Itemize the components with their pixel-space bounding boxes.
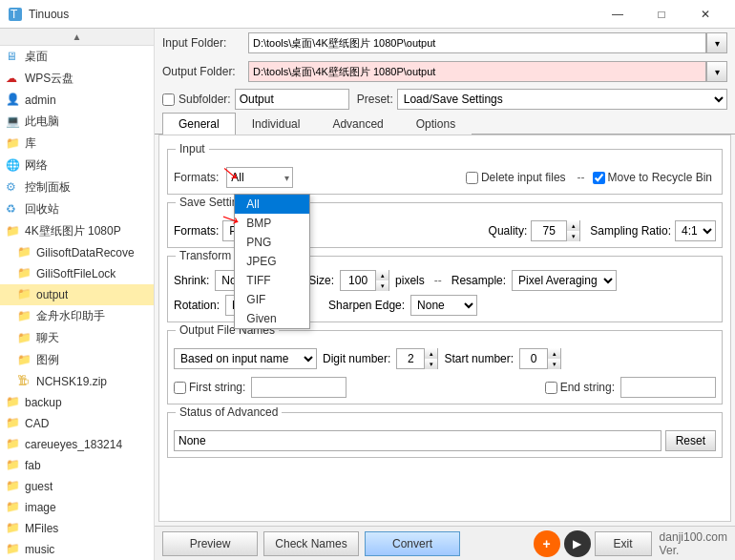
sidebar-item-image[interactable]: 📁 image bbox=[0, 497, 154, 518]
start-spinbox: ▴ ▾ bbox=[519, 348, 561, 369]
digit-up-button[interactable]: ▴ bbox=[424, 348, 437, 359]
sampling-select[interactable]: 4:1 2:1 1:1 bbox=[675, 220, 716, 241]
formats-option-gif[interactable]: GIF bbox=[235, 290, 309, 309]
sidebar-item-admin[interactable]: 👤 admin bbox=[0, 90, 154, 111]
exit-button[interactable]: Exit bbox=[595, 531, 652, 556]
preset-label: Preset: bbox=[357, 93, 393, 106]
output-folder-input[interactable] bbox=[248, 61, 706, 82]
resample-select[interactable]: Pixel Averaging bbox=[512, 270, 617, 291]
tab-options[interactable]: Options bbox=[400, 113, 472, 135]
formats-dropdown-container: All ▾ All BMP PNG JPEG TIFF GIF Given bbox=[226, 167, 293, 188]
size-up-button[interactable]: ▴ bbox=[375, 270, 388, 280]
sidebar-item-output[interactable]: 📁 output bbox=[0, 284, 154, 305]
sidebar-item-chat[interactable]: 📁 聊天 bbox=[0, 327, 154, 349]
sidebar-item-nchsk[interactable]: 🗜 NCHSK19.zip bbox=[0, 371, 154, 392]
tab-individual[interactable]: Individual bbox=[236, 113, 317, 135]
sidebar-item-network[interactable]: 🌐 网络 bbox=[0, 155, 154, 176]
desktop-icon: 🖥 bbox=[6, 50, 21, 65]
sidebar-item-music[interactable]: 📁 music bbox=[0, 539, 154, 560]
quality-input[interactable] bbox=[532, 221, 566, 240]
sidebar-item-gilisoft[interactable]: 📁 GilisoftDataRecove bbox=[0, 242, 154, 263]
sidebar-item-watermark[interactable]: 📁 金舟水印助手 bbox=[0, 305, 154, 327]
output-folder-row: Output Folder: ▾ bbox=[155, 57, 735, 86]
check-names-button[interactable]: Check Names bbox=[263, 531, 359, 556]
delete-input-label: Delete input files bbox=[481, 171, 566, 184]
subfolder-row: Subfolder: Preset: Load/Save Settings bbox=[155, 86, 735, 113]
digit-spinbox: ▴ ▾ bbox=[396, 348, 438, 369]
folder-icon-icons: 📁 bbox=[17, 353, 32, 368]
quality-down-button[interactable]: ▾ bbox=[566, 231, 579, 241]
folder-icon-music: 📁 bbox=[6, 542, 21, 557]
sidebar-item-icons[interactable]: 📁 图例 bbox=[0, 349, 154, 371]
input-folder-input[interactable] bbox=[248, 32, 706, 53]
folder-icon-backup: 📁 bbox=[6, 395, 21, 410]
first-string-input[interactable] bbox=[251, 377, 346, 398]
folder-icon-mfiles: 📁 bbox=[6, 521, 21, 536]
folder-icon-gililock: 📁 bbox=[17, 266, 32, 281]
sidebar-item-img4k[interactable]: 📁 4K壁纸图片 1080P bbox=[0, 220, 154, 242]
tab-general[interactable]: General bbox=[162, 113, 236, 135]
sidebar-item-fab[interactable]: 📁 fab bbox=[0, 455, 154, 476]
preview-button[interactable]: Preview bbox=[162, 531, 258, 556]
sidebar-item-backup[interactable]: 📁 backup bbox=[0, 392, 154, 413]
svg-text:T: T bbox=[10, 8, 18, 21]
minimize-button[interactable]: — bbox=[596, 0, 640, 29]
maximize-button[interactable]: □ bbox=[640, 0, 683, 29]
preset-select[interactable]: Load/Save Settings bbox=[397, 89, 727, 110]
size-down-button[interactable]: ▾ bbox=[375, 280, 388, 291]
sidebar-item-computer[interactable]: 💻 此电脑 bbox=[0, 111, 154, 133]
formats-option-png[interactable]: PNG bbox=[235, 233, 309, 252]
subfolder-input[interactable] bbox=[235, 89, 349, 110]
window-controls: — □ ✕ bbox=[596, 0, 727, 29]
shrink-label: Shrink: bbox=[174, 274, 209, 287]
sidebar-item-guest[interactable]: 📁 guest bbox=[0, 476, 154, 497]
input-folder-browse-button[interactable]: ▾ bbox=[706, 32, 727, 53]
sidebar-item-lib[interactable]: 📁 库 bbox=[0, 133, 154, 155]
folder-icon-output: 📁 bbox=[17, 287, 32, 302]
folder-icon-gilisoft: 📁 bbox=[17, 245, 32, 260]
lib-icon: 📁 bbox=[6, 136, 21, 152]
output-folder-label: Output Folder: bbox=[162, 65, 248, 78]
output-folder-browse-button[interactable]: ▾ bbox=[706, 61, 727, 82]
formats-option-tiff[interactable]: TIFF bbox=[235, 271, 309, 290]
start-input[interactable] bbox=[520, 349, 547, 368]
end-string-input[interactable] bbox=[620, 377, 716, 398]
delete-input-checkbox[interactable] bbox=[466, 172, 478, 184]
tab-advanced[interactable]: Advanced bbox=[316, 113, 399, 135]
sidebar-item-recycle[interactable]: ♻ 回收站 bbox=[0, 198, 154, 220]
end-string-checkbox[interactable] bbox=[545, 382, 557, 394]
size-input[interactable] bbox=[341, 271, 375, 290]
sharpen-select[interactable]: None bbox=[410, 295, 477, 316]
quality-up-button[interactable]: ▴ bbox=[566, 220, 579, 231]
convert-button[interactable]: Convert bbox=[365, 531, 460, 556]
formats-select-trigger[interactable]: All ▾ bbox=[226, 167, 293, 188]
move-recycle-checkbox[interactable] bbox=[593, 172, 605, 184]
sidebar-item-desktop[interactable]: 🖥 桌面 bbox=[0, 46, 154, 68]
based-on-select[interactable]: Based on input name bbox=[174, 348, 317, 369]
formats-option-jpeg[interactable]: JPEG bbox=[235, 252, 309, 271]
sidebar-item-wps[interactable]: ☁ WPS云盘 bbox=[0, 68, 154, 90]
sidebar-item-control[interactable]: ⚙ 控制面板 bbox=[0, 176, 154, 198]
start-up-button[interactable]: ▴ bbox=[547, 348, 560, 359]
formats-option-bmp[interactable]: BMP bbox=[235, 214, 309, 233]
sidebar-item-cad[interactable]: 📁 CAD bbox=[0, 413, 154, 434]
start-down-button[interactable]: ▾ bbox=[547, 359, 560, 369]
subfolder-checkbox[interactable] bbox=[162, 93, 175, 106]
tabs: General Individual Advanced Options bbox=[155, 113, 735, 135]
status-input[interactable] bbox=[174, 430, 662, 451]
formats-option-all[interactable]: All bbox=[235, 195, 309, 214]
quality-label: Quality: bbox=[489, 224, 528, 238]
sidebar-item-mfiles[interactable]: 📁 MFiles bbox=[0, 518, 154, 539]
sidebar-item-careeyes[interactable]: 📁 careueyes_183214 bbox=[0, 434, 154, 455]
first-string-checkbox[interactable] bbox=[174, 382, 186, 394]
sidebar-item-gililock[interactable]: 📁 GiliSoftFileLock bbox=[0, 263, 154, 284]
sidebar-scroll-up[interactable]: ▲ bbox=[0, 29, 154, 46]
close-button[interactable]: ✕ bbox=[683, 0, 727, 29]
digit-down-button[interactable]: ▾ bbox=[424, 359, 437, 369]
network-icon: 🌐 bbox=[6, 158, 21, 174]
start-label: Start number: bbox=[444, 352, 514, 365]
digit-input[interactable] bbox=[397, 349, 424, 368]
reset-button[interactable]: Reset bbox=[665, 430, 716, 451]
folder-icon-image: 📁 bbox=[6, 500, 21, 515]
formats-option-given[interactable]: Given bbox=[235, 309, 309, 328]
